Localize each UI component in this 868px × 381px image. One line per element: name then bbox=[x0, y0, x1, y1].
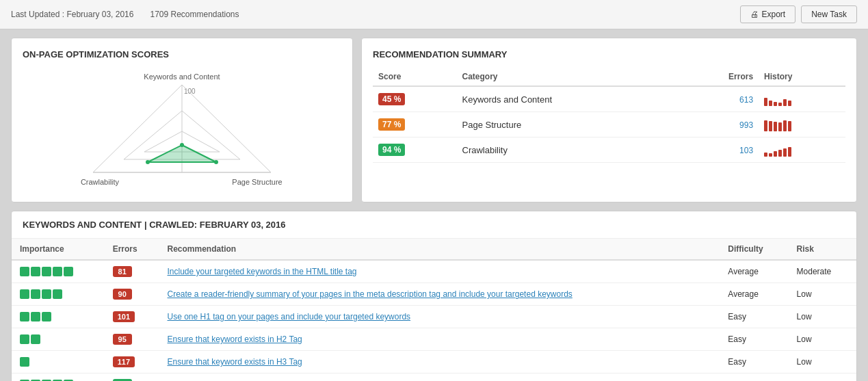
importance-bar bbox=[31, 267, 40, 276]
col-errors: Errors bbox=[680, 68, 759, 86]
errors-link[interactable]: 613 bbox=[739, 95, 753, 105]
recommendation-title: RECOMMENDATION SUMMARY bbox=[373, 49, 845, 60]
error-badge: 81 bbox=[113, 266, 132, 277]
history-bar bbox=[774, 151, 777, 157]
recommendation-link[interactable]: Create a reader-friendly summary of your… bbox=[168, 289, 573, 299]
errors-link[interactable]: 103 bbox=[739, 146, 753, 155]
kw-recommendation-cell[interactable]: Include your keywords in the body tag of… bbox=[159, 373, 720, 382]
importance-bar bbox=[20, 312, 29, 321]
rec-category-cell: Keywords and Content bbox=[457, 86, 680, 112]
importance-bars bbox=[20, 267, 96, 276]
importance-bar bbox=[42, 289, 51, 299]
rec-table-row: 94 %Crawlability103 bbox=[373, 137, 845, 163]
importance-bar bbox=[42, 312, 51, 321]
kw-difficulty-cell: Easy bbox=[720, 373, 788, 382]
error-badge: 95 bbox=[113, 334, 132, 345]
recommendation-link[interactable]: Include your targeted keywords in the HT… bbox=[168, 267, 357, 276]
radar-chart: Keywords and Content Crawlability Page S… bbox=[23, 68, 341, 191]
recommendation-link[interactable]: Ensure that keyword exists in H2 Tag bbox=[168, 334, 302, 344]
history-bars bbox=[764, 92, 840, 106]
kw-importance-cell bbox=[12, 351, 105, 373]
kw-recommendation-cell[interactable]: Create a reader-friendly summary of your… bbox=[159, 283, 720, 306]
kw-recommendation-cell[interactable]: Ensure that keyword exists in H2 Tag bbox=[159, 328, 720, 351]
history-bar bbox=[769, 121, 772, 131]
history-bar bbox=[783, 148, 787, 157]
history-bar bbox=[788, 147, 791, 157]
kw-error-cell: 101 bbox=[105, 306, 159, 328]
rec-table-row: 77 %Page Structure993 bbox=[373, 112, 845, 137]
kw-col-recommendation: Recommendation bbox=[159, 239, 720, 260]
kw-recommendation-cell[interactable]: Include your targeted keywords in the HT… bbox=[159, 260, 720, 283]
kw-risk-cell: Low bbox=[789, 373, 856, 382]
importance-bars bbox=[20, 312, 96, 321]
kw-error-cell: 81 bbox=[105, 260, 159, 283]
kw-importance-cell bbox=[12, 283, 105, 306]
kw-difficulty-cell: Easy bbox=[720, 351, 788, 373]
radar-svg: Keywords and Content Crawlability Page S… bbox=[73, 70, 291, 189]
history-bar bbox=[788, 121, 791, 131]
kw-risk-cell: Low bbox=[789, 283, 856, 306]
kw-recommendation-cell[interactable]: Use one H1 tag on your pages and include… bbox=[159, 306, 720, 328]
new-task-button[interactable]: New Task bbox=[801, 5, 857, 23]
kw-error-cell: 117 bbox=[105, 351, 159, 373]
col-history: History bbox=[759, 68, 845, 86]
score-badge: 94 % bbox=[378, 144, 405, 156]
top-bar-left: Last Updated : February 03, 2016 1709 Re… bbox=[11, 10, 239, 19]
history-bar bbox=[764, 120, 767, 131]
importance-bar bbox=[20, 289, 29, 299]
kw-col-errors: Errors bbox=[105, 239, 159, 260]
importance-bar bbox=[20, 334, 29, 344]
col-score: Score bbox=[373, 68, 457, 86]
rec-errors-cell[interactable]: 613 bbox=[680, 86, 759, 112]
rec-history-cell bbox=[759, 86, 845, 112]
kw-importance-cell bbox=[12, 373, 105, 382]
radar-label-right: Page Structure bbox=[232, 178, 282, 186]
kw-error-cell: 95 bbox=[105, 328, 159, 351]
kw-col-difficulty: Difficulty bbox=[720, 239, 788, 260]
errors-link[interactable]: 993 bbox=[739, 120, 753, 130]
error-badge: 90 bbox=[113, 289, 132, 300]
rec-errors-cell[interactable]: 103 bbox=[680, 137, 759, 163]
rec-errors-cell[interactable]: 993 bbox=[680, 112, 759, 137]
kw-table-row: 101Use one H1 tag on your pages and incl… bbox=[12, 306, 856, 328]
export-button[interactable]: 🖨 Export bbox=[740, 5, 796, 23]
importance-bar bbox=[31, 289, 40, 299]
keywords-panel: KEYWORDS AND CONTENT | CRAWLED: FEBRUARY… bbox=[11, 211, 857, 381]
importance-bar bbox=[20, 267, 29, 276]
recommendation-link[interactable]: Ensure that keyword exists in H3 Tag bbox=[168, 357, 302, 367]
importance-bar bbox=[20, 357, 29, 367]
importance-bar bbox=[31, 312, 40, 321]
importance-bars bbox=[20, 289, 96, 299]
history-bar bbox=[764, 153, 767, 157]
top-panels: ON-PAGE OPTIMIZATION SCORES Keywords and… bbox=[11, 38, 857, 202]
error-badge: 117 bbox=[113, 356, 135, 367]
last-updated: Last Updated : February 03, 2016 bbox=[11, 10, 133, 19]
history-bars bbox=[764, 118, 840, 131]
kw-risk-cell: Low bbox=[789, 306, 856, 328]
history-bar bbox=[788, 101, 791, 106]
export-icon: 🖨 bbox=[750, 10, 759, 19]
history-bars bbox=[764, 143, 840, 157]
history-bar bbox=[783, 99, 787, 106]
kw-col-importance: Importance bbox=[12, 239, 105, 260]
kw-col-risk: Risk bbox=[789, 239, 856, 260]
rec-category-cell: Page Structure bbox=[457, 112, 680, 137]
keywords-title: KEYWORDS AND CONTENT | CRAWLED: FEBRUARY… bbox=[12, 211, 856, 239]
recommendation-link[interactable]: Use one H1 tag on your pages and include… bbox=[168, 312, 411, 321]
optimization-title: ON-PAGE OPTIMIZATION SCORES bbox=[23, 49, 341, 60]
kw-difficulty-cell: Easy bbox=[720, 328, 788, 351]
svg-point-10 bbox=[146, 160, 150, 164]
history-bar bbox=[769, 153, 772, 157]
history-bar bbox=[778, 103, 782, 106]
main-content: ON-PAGE OPTIMIZATION SCORES Keywords and… bbox=[0, 29, 868, 381]
importance-bar bbox=[31, 334, 40, 344]
rec-table-row: 45 %Keywords and Content613 bbox=[373, 86, 845, 112]
kw-risk-cell: Moderate bbox=[789, 260, 856, 283]
rec-score-cell: 77 % bbox=[373, 112, 457, 137]
kw-recommendation-cell[interactable]: Ensure that keyword exists in H3 Tag bbox=[159, 351, 720, 373]
kw-risk-cell: Low bbox=[789, 328, 856, 351]
score-badge: 77 % bbox=[378, 118, 405, 131]
kw-error-cell: 13 bbox=[105, 373, 159, 382]
history-bar bbox=[764, 98, 767, 106]
top-bar-right: 🖨 Export New Task bbox=[740, 5, 857, 23]
